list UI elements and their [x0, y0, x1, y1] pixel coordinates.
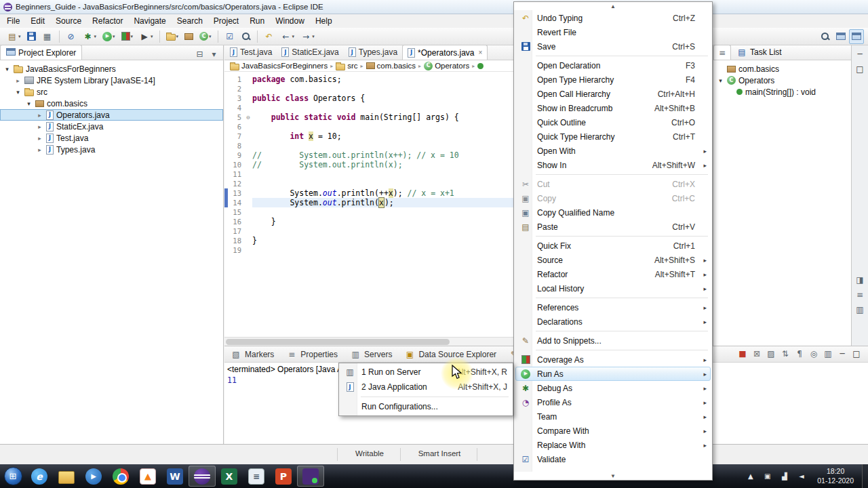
show-desktop-button[interactable]: [862, 464, 868, 488]
taskbar-excel[interactable]: X: [216, 466, 243, 487]
tree-item-main-string-void[interactable]: main(String[]) : void: [713, 86, 851, 98]
menu-item-debug-as[interactable]: ✱Debug As▸: [515, 381, 711, 395]
fold-marker[interactable]: ⊖: [244, 113, 252, 122]
menu-item-open-call-hierarchy[interactable]: Open Call HierarchyCtrl+Alt+H: [515, 87, 711, 101]
menu-refactor[interactable]: Refactor: [87, 15, 128, 27]
menu-item-quick-fix[interactable]: Quick FixCtrl+1: [515, 239, 711, 253]
expander-icon[interactable]: ▸: [36, 112, 43, 119]
last-edit-location-button[interactable]: ↶: [261, 29, 277, 44]
taskbar-notepad[interactable]: ≡: [243, 466, 270, 487]
minimize-button[interactable]: ─: [836, 348, 848, 360]
menu-item-team[interactable]: Team▸: [515, 409, 711, 424]
menu-project[interactable]: Project: [208, 15, 244, 27]
taskbar-file-explorer[interactable]: [53, 466, 80, 487]
new-package-button[interactable]: [182, 29, 196, 44]
menu-search[interactable]: Search: [172, 15, 208, 27]
taskbar-internet-explorer[interactable]: e: [26, 466, 53, 487]
breadcrumb-item-src[interactable]: src: [334, 62, 359, 70]
menu-item-refactor[interactable]: RefactorAlt+Shift+T▸: [515, 267, 711, 281]
tree-item-jre-system-library-javase-14[interactable]: ▸JRE System Library [JavaSE-14]: [0, 75, 223, 86]
menu-item-save[interactable]: SaveCtrl+S: [515, 39, 711, 54]
menu-item-undo-typing[interactable]: ↶Undo TypingCtrl+Z: [515, 11, 711, 25]
menu-file[interactable]: File: [1, 15, 25, 27]
menu-item-declarations[interactable]: Declarations▸: [515, 314, 711, 329]
menu-item-show-in[interactable]: Show InAlt+Shift+W▸: [515, 158, 711, 172]
breadcrumb-item-method[interactable]: [476, 63, 485, 69]
tree-item-staticex-java[interactable]: ▸JStaticEx.java: [0, 121, 223, 132]
scroll-lock-button[interactable]: ⇅: [779, 348, 791, 360]
menu-item-profile-as[interactable]: ◔Profile As▸: [515, 395, 711, 409]
stop-button[interactable]: ■: [736, 348, 749, 360]
menu-item-replace-with[interactable]: Replace With▸: [515, 438, 711, 452]
menu-item-source[interactable]: SourceAlt+Shift+S▸: [515, 253, 711, 267]
restore-views-button[interactable]: ◨: [854, 274, 866, 285]
outline-view-button[interactable]: ≡: [854, 289, 866, 300]
taskbar-eclipse[interactable]: [189, 466, 216, 487]
breadcrumb-item-operators[interactable]: COperators: [422, 62, 471, 70]
tree-item-src[interactable]: ▾src: [0, 86, 223, 98]
menu-help[interactable]: Help: [310, 15, 338, 27]
menu-item-quick-type-hierarchy[interactable]: Quick Type HierarchyCtrl+T: [515, 129, 711, 144]
menu-item-show-in-breadcrumb[interactable]: Show in BreadcrumbAlt+Shift+B: [515, 101, 711, 115]
menu-item-compare-with[interactable]: Compare With▸: [515, 424, 711, 438]
maximize-button[interactable]: □: [850, 348, 863, 360]
menu-item-paste[interactable]: ▤PasteCtrl+V: [515, 220, 711, 234]
editor-tab-types-java[interactable]: JTypes.java: [344, 45, 402, 60]
breadcrumb-item-com-basics[interactable]: com.basics: [365, 62, 418, 70]
expander-icon[interactable]: ▸: [36, 146, 43, 153]
view-tab-servers[interactable]: ▥Servers: [344, 346, 398, 362]
skip-breakpoints-button[interactable]: ⊘: [63, 29, 79, 44]
menu-item-quick-outline[interactable]: Quick OutlineCtrl+O: [515, 115, 711, 129]
scrollbar-thumb[interactable]: [226, 339, 450, 345]
menu-item-cut[interactable]: ✂CutCtrl+X: [515, 177, 711, 191]
expander-icon[interactable]: ▸: [36, 123, 43, 130]
menu-edit[interactable]: Edit: [25, 15, 50, 27]
menu-item-local-history[interactable]: Local History▸: [515, 281, 711, 296]
menu-item-coverage-as[interactable]: Coverage As▸: [515, 352, 711, 367]
run-button[interactable]: ▶▾: [100, 29, 118, 44]
breadcrumb-item-javabasicsforbeginners[interactable]: JavaBasicsForBeginners: [229, 62, 329, 70]
tree-item-types-java[interactable]: ▸JTypes.java: [0, 144, 223, 155]
project-explorer-tab[interactable]: Project Explorer: [0, 45, 82, 60]
view-tab-markers[interactable]: ▧Markers: [224, 346, 280, 362]
forward-button[interactable]: →▾: [298, 29, 317, 44]
menu-item-open-with[interactable]: Open With▸: [515, 144, 711, 158]
submenu-item-2-java-application[interactable]: J2 Java ApplicationAlt+Shift+X, J: [340, 380, 511, 394]
view-tab-properties[interactable]: ≡Properties: [280, 346, 344, 362]
view-menu-button[interactable]: ▾: [208, 48, 220, 60]
task-list-tab[interactable]: ▤ Task List: [731, 45, 787, 60]
taskbar-word[interactable]: W: [161, 466, 189, 487]
menu-run[interactable]: Run: [244, 15, 270, 27]
coverage-button[interactable]: ▾: [119, 29, 136, 44]
outline-tab[interactable]: ≡: [713, 45, 731, 60]
editor-tab-staticex-java[interactable]: JStaticEx.java: [277, 45, 343, 60]
new-java-project-button[interactable]: ▾: [163, 29, 182, 44]
menu-item-revert-file[interactable]: Revert File: [515, 25, 711, 39]
menu-navigate[interactable]: Navigate: [128, 15, 171, 27]
taskbar-powerpoint[interactable]: P: [270, 466, 297, 487]
menu-item-open-declaration[interactable]: Open DeclarationF3: [515, 58, 711, 73]
tray-app-icon[interactable]: ▣: [762, 470, 773, 482]
back-button[interactable]: ←▾: [278, 29, 298, 44]
editor-tab-operators-java[interactable]: J*Operators.java×: [402, 45, 488, 60]
tree-item-com-basics[interactable]: com.basics: [713, 63, 851, 75]
menu-item-copy-qualified-name[interactable]: ▣Copy Qualified Name: [515, 205, 711, 220]
close-tab-icon[interactable]: ×: [478, 49, 482, 56]
minimize-panel-button[interactable]: ─: [854, 48, 866, 60]
expander-icon[interactable]: ▸: [36, 135, 43, 142]
external-tools-button[interactable]: ▶▾: [136, 29, 156, 44]
expander-icon[interactable]: ▾: [25, 100, 33, 107]
start-button[interactable]: ⊞: [0, 464, 26, 488]
print-button[interactable]: ▦: [39, 29, 56, 44]
expander-icon[interactable]: ▾: [3, 66, 11, 73]
remove-launches-button[interactable]: ⊠: [751, 348, 763, 360]
tree-item-operators[interactable]: ▾COperators: [713, 75, 851, 86]
maximize-panel-button[interactable]: □: [854, 63, 866, 75]
menu-scroll-up-icon[interactable]: [514, 2, 712, 10]
tree-item-test-java[interactable]: ▸JTest.java: [0, 132, 223, 144]
expander-icon[interactable]: ▾: [717, 77, 724, 84]
java-perspective-button[interactable]: [849, 29, 864, 44]
expander-icon[interactable]: ▸: [14, 77, 22, 84]
save-button[interactable]: [24, 29, 39, 44]
menu-scroll-down-icon[interactable]: [514, 472, 712, 480]
